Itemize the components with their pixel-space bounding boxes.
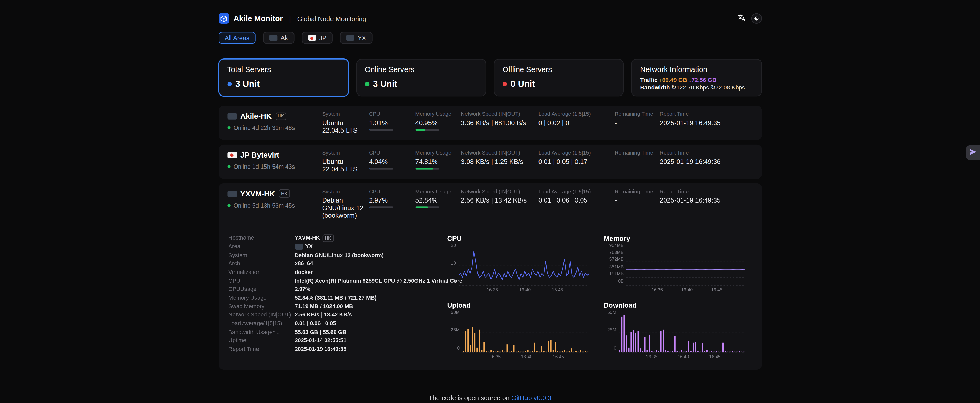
chart-y-axis: 50M25M0 [604, 309, 619, 350]
chart-x-axis: 16:3516:4016:45 [626, 285, 746, 292]
report-time-value: 2025-01-19 16:49:35 [295, 346, 346, 353]
moon-icon [753, 14, 759, 23]
network-speed-cell: Network Speed (IN|OUT) 2.56 KB/s | 13.42… [461, 188, 538, 219]
card-title: Offline Servers [503, 65, 615, 74]
chart-plot [626, 244, 746, 286]
traffic-label: Traffic [640, 77, 657, 83]
bandwidth-usage-value: 55.63 GB | 55.69 GB [295, 329, 346, 336]
chart-plot [462, 311, 589, 353]
chart-plot [458, 244, 589, 286]
online-servers-card: Online Servers 3 Unit [356, 59, 486, 96]
total-servers-value: 3 Unit [235, 79, 259, 89]
virtualization-value: docker [295, 269, 313, 276]
flag-icon [295, 244, 303, 250]
online-servers-value: 3 Unit [373, 79, 397, 89]
cpu-cell: CPU 4.04% [369, 150, 415, 173]
network-information-card: Network Information Traffic ↑69.49 GB ↓7… [632, 59, 762, 96]
hostname-value: YXVM-HK [295, 234, 320, 242]
cpu-cell: CPU 2.97% [369, 188, 415, 219]
cpu-usage-bar [369, 206, 393, 208]
app-title: Akile Monitor [234, 14, 283, 23]
app-logo-icon [218, 13, 229, 24]
server-card-akile-hk: Akile-HK HK Online 4d 22h 31m 48s System… [218, 106, 762, 140]
memory-cell: Memory Usage 74.81% [415, 150, 461, 173]
flag-icon [347, 35, 355, 41]
bandwidth-label: Bandwidth [640, 84, 670, 91]
tab-label: YX [358, 35, 366, 41]
load-average-value: 0.01 | 0.06 | 0.05 [295, 320, 336, 327]
load-average-cell: Load Average (1|5|15) 0.01 | 0.05 | 0.17 [538, 150, 615, 173]
server-row[interactable]: Akile-HK HK Online 4d 22h 31m 48s System… [218, 106, 762, 140]
tab-label: JP [319, 35, 327, 41]
tab-ak[interactable]: Ak [263, 32, 294, 44]
chart-x-axis: 16:3516:4016:45 [462, 352, 589, 359]
server-card-yxvm-hk: YXVM-HK HK Online 5d 13h 53m 45s System … [218, 183, 762, 369]
memory-usage-bar [415, 206, 439, 208]
network-speed-value: 2.56 KB/s | 13.42 KB/s [295, 312, 352, 319]
download-chart: Download 50M25M0 16:3516:4016:45 [604, 301, 746, 359]
app-viewport: Akile Monitor | Global Node Monitoring [0, 0, 980, 403]
chart-y-axis: 954MB763MB572MB381MB191MB0B [604, 242, 626, 284]
total-servers-card: Total Servers 3 Unit [218, 59, 348, 96]
cpu-usage-bar [369, 129, 393, 131]
memory-chart: Memory 954MB763MB572MB381MB191MB0B 16:35… [604, 234, 746, 292]
system-cell: System Ubuntu 22.04.5 LTS [322, 111, 369, 134]
tab-all-areas[interactable]: All Areas [218, 32, 256, 44]
network-speed-cell: Network Speed (IN|OUT) 3.36 KB/s | 681.0… [461, 111, 538, 134]
card-title: Total Servers [227, 65, 340, 74]
online-dot [227, 204, 230, 207]
tab-yx[interactable]: YX [340, 32, 372, 44]
report-time-cell: Report Time 2025-01-19 16:49:35 [660, 188, 753, 219]
server-details-panel: Hostname YXVM-HKHK Area YX System Debian… [218, 225, 762, 370]
offline-servers-card: Offline Servers 0 Unit [494, 59, 624, 96]
server-row[interactable]: JP Bytevirt Online 1d 15h 54m 43s System… [218, 144, 762, 178]
github-link[interactable]: GitHub v0.0.3 [511, 394, 552, 401]
server-identity-cell: YXVM-HK HK Online 5d 13h 53m 45s [227, 188, 322, 219]
chart-x-axis: 16:3516:4016:45 [619, 352, 745, 359]
server-card-jp-bytevirt: JP Bytevirt Online 1d 15h 54m 43s System… [218, 144, 762, 178]
server-list: Akile-HK HK Online 4d 22h 31m 48s System… [218, 106, 762, 370]
system-value: Debian GNU/Linux 12 (bookworm) [295, 252, 383, 259]
server-row[interactable]: YXVM-HK HK Online 5d 13h 53m 45s System … [218, 183, 762, 225]
language-toggle-button[interactable] [737, 14, 746, 24]
remaining-time-cell: Remaining Time - [615, 188, 660, 219]
dark-mode-toggle-button[interactable] [751, 13, 762, 24]
online-dot [227, 126, 230, 129]
server-name: Akile-HK [240, 112, 272, 121]
charts-grid: CPU 20100 16:3516:4016:45 Memory [447, 234, 752, 359]
floating-contact-button[interactable] [966, 145, 980, 160]
card-title: Online Servers [365, 65, 477, 74]
traffic-up-value: ↑69.49 GB [659, 77, 687, 83]
chart-y-axis: 50M25M0 [447, 309, 462, 350]
header: Akile Monitor | Global Node Monitoring [218, 13, 762, 24]
server-name: YXVM-HK [240, 189, 275, 198]
upload-chart: Upload 50M25M0 16:3516:4016:45 [447, 301, 589, 359]
cpu-chart: CPU 20100 16:3516:4016:45 [447, 234, 589, 292]
chart-plot [619, 311, 745, 353]
green-status-dot [365, 82, 369, 86]
flag-icon [227, 113, 237, 119]
region-badge: HK [275, 113, 286, 120]
header-actions [737, 13, 762, 24]
server-identity-cell: JP Bytevirt Online 1d 15h 54m 43s [227, 150, 322, 173]
server-name: JP Bytevirt [240, 151, 280, 159]
area-filter-tabs: All Areas Ak JP YX [218, 32, 762, 44]
cpu-usage-bar [369, 168, 393, 170]
server-status: Online 4d 22h 31m 48s [234, 124, 295, 131]
traffic-line: Traffic ↑69.49 GB ↓72.56 GB [640, 76, 752, 84]
cpu-model-value: Intel(R) Xeon(R) Platinum 8259CL CPU @ 2… [295, 277, 463, 285]
app-subtitle: Global Node Monitoring [298, 15, 366, 22]
uptime-value: 2025-01-14 02:55:51 [295, 337, 346, 344]
red-status-dot [503, 82, 507, 86]
online-dot [227, 165, 230, 168]
tab-jp[interactable]: JP [302, 32, 333, 44]
brand: Akile Monitor | Global Node Monitoring [218, 13, 366, 24]
report-time-cell: Report Time 2025-01-19 16:49:35 [660, 111, 753, 134]
server-identity-cell: Akile-HK HK Online 4d 22h 31m 48s [227, 111, 322, 134]
bandwidth-in-value: ↻122.70 Kbps [671, 84, 709, 91]
footer: The code is open source on GitHub v0.0.3… [218, 393, 762, 403]
arch-value: x86_64 [295, 261, 313, 268]
japan-flag-icon [308, 35, 316, 41]
remaining-time-cell: Remaining Time - [615, 150, 660, 173]
translate-icon [737, 14, 746, 24]
